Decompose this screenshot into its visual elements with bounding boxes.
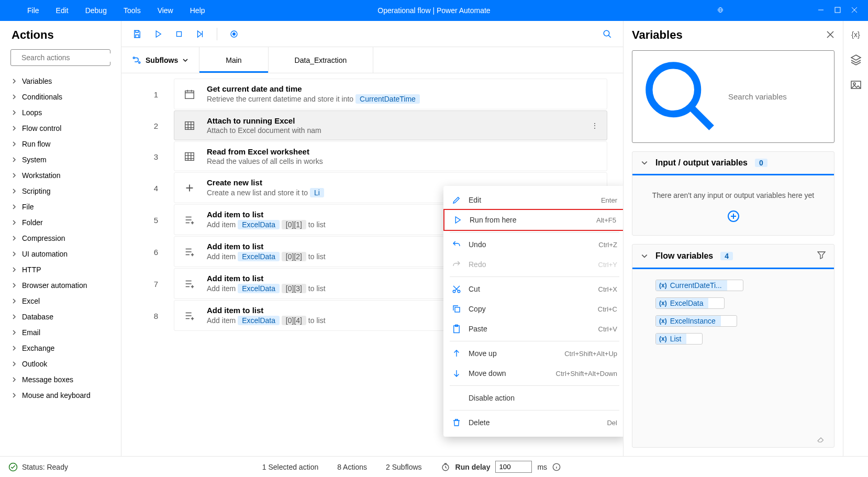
step-card[interactable]: Attach to running ExcelAttach to Excel d… (174, 110, 607, 140)
menu-edit[interactable]: Edit (50, 6, 75, 15)
globe-icon[interactable] (717, 6, 724, 15)
index-chip: [0][4] (282, 316, 306, 325)
flow-variable[interactable]: CurrentDateTi... (655, 280, 743, 291)
context-menu: EditEnterRun from hereAlt+F5UndoCtrl+ZRe… (443, 186, 623, 437)
action-category[interactable]: Flow control (0, 120, 121, 136)
action-category[interactable]: Exchange (0, 340, 121, 356)
io-empty-message: There aren't any input or output variabl… (641, 186, 826, 210)
add-io-variable-button[interactable] (641, 210, 826, 223)
clear-button[interactable] (632, 435, 834, 447)
action-category[interactable]: Outlook (0, 356, 121, 372)
close-button[interactable] (851, 6, 858, 15)
menu-tools[interactable]: Tools (117, 6, 147, 15)
variables-rail-button[interactable]: {x} (850, 28, 862, 41)
menu-item-undo[interactable]: UndoCtrl+Z (443, 235, 623, 254)
tab-data_extraction[interactable]: Data_Extraction (269, 47, 374, 73)
images-rail-button[interactable] (850, 79, 862, 91)
menu-item-disable-action[interactable]: Disable action (443, 388, 623, 408)
flow-variable[interactable]: ExcelInstance (655, 315, 737, 327)
designer-toolbar (121, 21, 623, 47)
action-category[interactable]: Database (0, 309, 121, 325)
chevron-down-icon (182, 57, 188, 63)
maximize-button[interactable] (834, 6, 841, 15)
flow-variable[interactable]: List (655, 333, 703, 345)
svg-point-9 (139, 62, 140, 63)
variables-heading: Variables (632, 28, 683, 42)
action-category[interactable]: Folder (0, 215, 121, 230)
more-icon[interactable]: ⋮ (591, 121, 598, 130)
menu-help[interactable]: Help (184, 6, 212, 15)
info-icon[interactable] (552, 463, 561, 471)
action-category[interactable]: HTTP (0, 262, 121, 278)
filter-button[interactable] (817, 251, 826, 261)
svg-point-21 (853, 83, 855, 85)
minimize-button[interactable] (818, 6, 824, 15)
variable-chip: CurrentDateTime (355, 94, 420, 104)
step-number: 8 (121, 300, 174, 332)
action-category[interactable]: Loops (0, 105, 121, 120)
selected-count: 1 Selected action (262, 463, 318, 471)
menu-item-delete[interactable]: DeleteDel (443, 413, 623, 432)
subflows-dropdown[interactable]: Subflows (121, 47, 199, 73)
calendar-icon (183, 87, 196, 101)
subflows-icon (132, 56, 141, 65)
chevron-right-icon (12, 188, 17, 194)
action-category[interactable]: Variables (0, 73, 121, 89)
flow-variables-header[interactable]: Flow variables 4 (632, 245, 834, 269)
io-variables-header[interactable]: Input / output variables 0 (632, 152, 834, 175)
run-delay-input[interactable] (495, 461, 532, 473)
svg-rect-12 (185, 152, 194, 160)
step-button[interactable] (192, 26, 208, 42)
variables-search-input[interactable] (728, 92, 828, 101)
stop-button[interactable] (171, 26, 187, 42)
tab-main[interactable]: Main (199, 47, 268, 73)
step-number: 6 (121, 236, 174, 268)
menu-item-paste[interactable]: PasteCtrl+V (443, 319, 623, 339)
io-variables-section: Input / output variables 0 There aren't … (632, 151, 834, 236)
action-category[interactable]: Conditionals (0, 89, 121, 105)
menu-debug[interactable]: Debug (79, 6, 113, 15)
menu-view[interactable]: View (151, 6, 180, 15)
svg-rect-2 (835, 7, 840, 13)
menu-file[interactable]: File (21, 6, 46, 15)
menu-item-move-down[interactable]: Move downCtrl+Shift+Alt+Down (443, 363, 623, 383)
menu-item-move-up[interactable]: Move upCtrl+Shift+Alt+Up (443, 343, 623, 363)
action-category[interactable]: System (0, 152, 121, 168)
action-category[interactable]: Workstation (0, 168, 121, 183)
action-category[interactable]: Mouse and keyboard (0, 387, 121, 403)
action-category[interactable]: Run flow (0, 136, 121, 152)
variable-chip: ExcelData (238, 220, 280, 229)
save-button[interactable] (129, 26, 146, 42)
menu-item-edit[interactable]: EditEnter (443, 190, 623, 210)
chevron-right-icon (12, 173, 17, 178)
listadd-icon (183, 245, 196, 259)
step-card[interactable]: Get current date and timeRetrieve the cu… (174, 79, 607, 109)
step-number: 2 (121, 110, 174, 141)
layers-rail-button[interactable] (850, 53, 862, 66)
action-category[interactable]: Excel (0, 293, 121, 309)
menu-item-copy[interactable]: CopyCtrl+C (443, 299, 623, 319)
close-variables-button[interactable] (826, 30, 834, 40)
action-category[interactable]: UI automation (0, 246, 121, 262)
record-button[interactable] (226, 26, 242, 42)
variables-search[interactable] (632, 50, 834, 143)
up-icon (452, 349, 461, 358)
action-category[interactable]: Browser automation (0, 278, 121, 293)
flow-search-button[interactable] (599, 26, 616, 42)
menu-item-cut[interactable]: CutCtrl+X (443, 279, 623, 299)
action-category[interactable]: File (0, 199, 121, 215)
actions-search-input[interactable] (21, 53, 113, 62)
copy-icon (452, 304, 461, 314)
step-card[interactable]: Read from Excel worksheetRead the values… (174, 141, 607, 171)
actions-search[interactable] (10, 49, 110, 66)
window-title: Operational flow | Power Automate (377, 6, 490, 15)
chevron-right-icon (12, 346, 17, 351)
action-category[interactable]: Message boxes (0, 372, 121, 387)
action-category[interactable]: Email (0, 325, 121, 340)
menu-item-run-from-here[interactable]: Run from hereAlt+F5 (443, 209, 623, 231)
action-category[interactable]: Compression (0, 230, 121, 246)
run-button[interactable] (150, 26, 166, 42)
action-category[interactable]: Scripting (0, 183, 121, 199)
actions-categories: VariablesConditionalsLoopsFlow controlRu… (0, 73, 121, 456)
flow-variable[interactable]: ExcelData (655, 297, 725, 309)
